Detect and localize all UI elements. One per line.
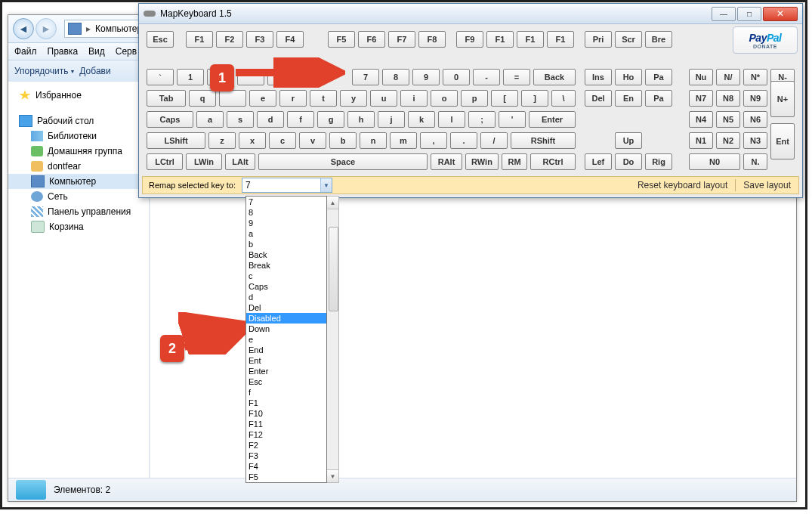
- save-layout-button[interactable]: Save layout: [736, 180, 798, 190]
- key-a[interactable]: a: [196, 111, 224, 128]
- mk-titlebar[interactable]: MapKeyboard 1.5 — □ ✕: [139, 4, 802, 24]
- key-0[interactable]: 0: [443, 69, 470, 85]
- option-c[interactable]: c: [246, 271, 326, 281]
- option-ent[interactable]: Ent: [246, 355, 326, 366]
- toolbar-add[interactable]: Добави: [79, 66, 110, 76]
- key-n6[interactable]: N6: [743, 111, 767, 128]
- key-lef[interactable]: Lef: [585, 153, 612, 170]
- sidebar-libraries[interactable]: Библиотеки: [8, 128, 149, 144]
- key-9[interactable]: 9: [412, 69, 440, 85]
- key-tab[interactable]: Tab: [147, 90, 186, 107]
- key-n-[interactable]: N/: [716, 69, 740, 85]
- key-u[interactable]: u: [370, 90, 397, 107]
- key-v[interactable]: v: [299, 132, 326, 149]
- option-9[interactable]: 9: [246, 218, 326, 228]
- key-rwin[interactable]: RWin: [465, 153, 499, 170]
- key-q[interactable]: q: [189, 90, 216, 107]
- key-blank[interactable]: [237, 69, 264, 85]
- key-f9[interactable]: F9: [456, 31, 483, 48]
- option-8[interactable]: 8: [246, 207, 326, 218]
- key-ins[interactable]: Ins: [585, 69, 612, 85]
- key-n3[interactable]: N3: [743, 132, 767, 149]
- window-maximize[interactable]: □: [737, 7, 761, 21]
- key-rm[interactable]: RM: [502, 153, 527, 170]
- sidebar-homegroup[interactable]: Домашняя группа: [8, 144, 149, 159]
- key-x[interactable]: x: [239, 132, 266, 149]
- key-f3[interactable]: F3: [246, 31, 273, 48]
- key-l[interactable]: l: [438, 111, 465, 128]
- nav-back[interactable]: ◄: [13, 18, 34, 39]
- option-end[interactable]: End: [246, 345, 326, 355]
- menu-view[interactable]: Вид: [88, 46, 105, 57]
- key-e[interactable]: e: [249, 90, 276, 107]
- option-f[interactable]: f: [246, 387, 326, 398]
- option-enter[interactable]: Enter: [246, 366, 326, 376]
- scroll-thumb[interactable]: [329, 227, 338, 311]
- key-d[interactable]: d: [257, 111, 284, 128]
- sidebar-network[interactable]: Сеть: [8, 189, 149, 204]
- option-7[interactable]: 7: [246, 197, 326, 207]
- key-rig[interactable]: Rig: [645, 153, 672, 170]
- key--[interactable]: ,: [420, 132, 447, 149]
- option-f3[interactable]: F3: [246, 451, 326, 461]
- key-en[interactable]: En: [615, 90, 642, 107]
- key-blank[interactable]: [267, 69, 295, 85]
- key-n1[interactable]: N1: [689, 132, 713, 149]
- key-f2[interactable]: F2: [216, 31, 243, 48]
- option-f11[interactable]: F11: [246, 419, 326, 429]
- key-n5[interactable]: N5: [716, 111, 740, 128]
- window-close[interactable]: ✕: [763, 7, 798, 21]
- option-f1[interactable]: F1: [246, 398, 326, 408]
- key-c[interactable]: c: [269, 132, 296, 149]
- key-space[interactable]: Space: [258, 153, 428, 170]
- key-lctrl[interactable]: LCtrl: [147, 153, 183, 170]
- key-n8[interactable]: N8: [716, 90, 740, 107]
- key-pri[interactable]: Pri: [585, 31, 612, 48]
- key-8[interactable]: 8: [382, 69, 409, 85]
- key-f5[interactable]: F5: [328, 31, 355, 48]
- key-p[interactable]: p: [461, 90, 488, 107]
- key-lwin[interactable]: LWin: [186, 153, 222, 170]
- scroll-up-button[interactable]: ▲: [327, 197, 338, 209]
- key--[interactable]: -: [473, 69, 500, 85]
- key-n7[interactable]: N7: [689, 90, 713, 107]
- key-blank[interactable]: [219, 90, 246, 107]
- key-7[interactable]: 7: [352, 69, 379, 85]
- option-caps[interactable]: Caps: [246, 281, 326, 292]
- key--[interactable]: ;: [468, 111, 496, 128]
- option-f12[interactable]: F12: [246, 429, 326, 440]
- option-break[interactable]: Break: [246, 260, 326, 271]
- key-pa[interactable]: Pa: [645, 69, 672, 85]
- key-pa[interactable]: Pa: [645, 90, 672, 107]
- key-k[interactable]: k: [408, 111, 435, 128]
- sidebar-favorites[interactable]: Избранное: [8, 88, 149, 103]
- key-ralt[interactable]: RAlt: [431, 153, 462, 170]
- key-1[interactable]: 1: [177, 69, 204, 85]
- key-bre[interactable]: Bre: [645, 31, 672, 48]
- option-f10[interactable]: F10: [246, 408, 326, 419]
- key-g[interactable]: g: [317, 111, 344, 128]
- key--[interactable]: =: [503, 69, 530, 85]
- key-n2[interactable]: N2: [716, 132, 740, 149]
- remap-select[interactable]: 7 ▼: [242, 178, 332, 193]
- key-t[interactable]: t: [310, 90, 337, 107]
- option-back[interactable]: Back: [246, 249, 326, 260]
- key-s[interactable]: s: [227, 111, 254, 128]
- key--[interactable]: /: [480, 132, 508, 149]
- dropdown-scrollbar[interactable]: ▲ ▼: [327, 196, 339, 483]
- key--[interactable]: ]: [521, 90, 548, 107]
- sidebar-desktop[interactable]: Рабочий стол: [8, 113, 149, 128]
- key-lalt[interactable]: LAlt: [225, 153, 255, 170]
- paypal-donate-button[interactable]: PayPal DONATE: [733, 26, 798, 54]
- option-down[interactable]: Down: [246, 324, 326, 334]
- key-rctrl[interactable]: RCtrl: [530, 153, 576, 170]
- key-up[interactable]: Up: [615, 132, 642, 149]
- option-del[interactable]: Del: [246, 302, 326, 313]
- key-n-[interactable]: N.: [743, 153, 767, 170]
- key-h[interactable]: h: [347, 111, 375, 128]
- remap-dropdown[interactable]: 789abBackBreakcCapsdDelDisabledDowneEndE…: [245, 196, 327, 483]
- key-lshift[interactable]: LShift: [147, 132, 205, 149]
- key-j[interactable]: j: [378, 111, 405, 128]
- option-d[interactable]: d: [246, 292, 326, 302]
- key-nu[interactable]: Nu: [689, 69, 713, 85]
